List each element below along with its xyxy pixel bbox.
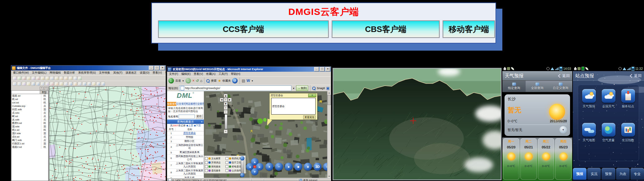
cbs-client-button[interactable]: CBS客户端 [332, 20, 440, 38]
menu-item[interactable]: 帮助(H) [165, 71, 166, 75]
forward-icon[interactable]: → [185, 78, 191, 84]
result-name[interactable]: 上海防静物业管理有限公司 [175, 143, 204, 150]
maximize-button[interactable]: □ [320, 67, 325, 71]
query-tab[interactable]: 自定义查询 [549, 81, 572, 92]
layer-file-row[interactable]: 阀门.sdb点 [11, 138, 48, 142]
current-weather-card[interactable]: 长沙 暂无 0~0℃ 2013/05/20 暂无/暂无 ▼ [505, 94, 570, 136]
result-row[interactable]: 4上海防静物业管理有限公司 [167, 143, 204, 151]
print-icon[interactable]: ▤ [242, 79, 245, 83]
snagit-label[interactable]: SnagIt [317, 87, 325, 90]
result-name[interactable]: 黄浦区国家税务局 [175, 151, 204, 154]
sidebar-tab[interactable]: 行业查询 [195, 102, 204, 106]
toolbar-icon[interactable] [12, 76, 16, 80]
result-row[interactable]: 7上海第二医科大学附属第九人民医院 [167, 162, 204, 169]
toolbar-icon[interactable] [87, 82, 91, 86]
day-forecast-card[interactable]: 周一05/200~0℃ [503, 138, 519, 180]
result-name[interactable]: 芳明园 [175, 135, 204, 139]
menu-item[interactable]: 文件转换 [99, 71, 110, 75]
app-tile[interactable]: 天气地图 [579, 123, 599, 157]
day-forecast-card[interactable]: 周二05/210~0℃ [520, 138, 537, 180]
toolbar-icon[interactable] [40, 76, 44, 80]
pin-icon[interactable]: ▪ [40, 87, 43, 90]
layer-file-row[interactable]: 道路.sd线 [11, 94, 48, 97]
day-forecast-card[interactable]: 周三05/220~0℃ [538, 138, 554, 180]
layer-file-row[interactable]: 道路2.sd线 [11, 145, 48, 149]
poi-checkbox[interactable]: 新闻媒体 [205, 165, 224, 168]
send-sms-button[interactable]: 发送短信 [303, 115, 316, 119]
toolbar-icon[interactable] [64, 76, 68, 80]
identify-button[interactable]: ¤ [304, 163, 312, 171]
bottom-tab[interactable]: 实况 [587, 168, 601, 180]
menu-item[interactable]: 帮助(H) [231, 72, 240, 76]
menu-item[interactable]: 窗口操作(W) [13, 71, 29, 75]
toolbar-icon[interactable] [45, 76, 49, 80]
refresh-icon[interactable]: ↺ [196, 79, 199, 83]
ccs-client-button[interactable]: CCS客户端 [158, 20, 329, 38]
view-3d-button[interactable]: 3D [313, 163, 322, 171]
pan-west-button[interactable]: ◄ [246, 163, 253, 170]
menu-item[interactable]: 设置(O) [140, 71, 149, 75]
home-icon[interactable]: ⌂ [200, 79, 202, 83]
menu-item[interactable]: 其他(T) [113, 71, 123, 75]
menu-item[interactable]: 查看(V) [153, 71, 162, 75]
query-tab[interactable]: 全部查询 [526, 81, 549, 92]
full-extent-button[interactable]: ■ [294, 163, 302, 171]
menu-item[interactable]: 系统库管理(S) [78, 71, 96, 75]
checkbox-icon[interactable] [226, 157, 228, 160]
maximize-button[interactable]: □ [154, 66, 159, 70]
more-dropdown-icon[interactable]: ▼ [251, 80, 253, 82]
zoom-plus-button[interactable]: + [224, 98, 228, 102]
expand-button[interactable]: ▼ [560, 126, 567, 133]
back-button[interactable]: 返回 [630, 73, 642, 79]
toolbar-icon[interactable] [54, 76, 58, 80]
bottom-tab[interactable]: 预警 [601, 168, 615, 180]
minimize-button[interactable]: _ [314, 67, 319, 71]
toolbar-icon[interactable] [73, 82, 77, 86]
sidebar-tab[interactable]: 搜索查询 [167, 102, 176, 106]
pan-right-button[interactable]: ► [228, 98, 232, 102]
layer-file-row[interactable]: cut.sd线 [11, 101, 48, 104]
toolbar-icon[interactable] [22, 76, 26, 80]
checkbox-icon[interactable] [205, 157, 208, 160]
app-tile[interactable]: 全国天气 [599, 89, 618, 123]
toolbar-icon[interactable] [59, 76, 63, 80]
app-tile[interactable]: 服务站点 [618, 89, 638, 123]
toolbar-icon[interactable] [68, 82, 72, 86]
toolbar-icon[interactable] [17, 82, 21, 86]
checkbox-icon[interactable] [226, 169, 228, 172]
zoom-min-button[interactable]: + [224, 129, 228, 133]
minimize-button[interactable]: _ [149, 66, 154, 70]
result-name[interactable]: 霞智居委会 [175, 131, 204, 135]
layer-file-row[interactable]: 面2.sda面 [11, 132, 48, 135]
gis-titlebar[interactable]: 编辑文件 - DMGIS编辑平台 _ □ × [11, 66, 166, 70]
next-page-link[interactable]: ◆下页 [194, 124, 201, 127]
layer-file-row[interactable]: 丛.sdb点 [11, 118, 48, 121]
layer-filter-input[interactable] [11, 90, 40, 94]
gis-map-canvas[interactable] [49, 86, 166, 181]
checkbox-icon[interactable] [226, 165, 228, 168]
pan-east-button[interactable]: ► [256, 163, 263, 170]
close-icon[interactable]: × [44, 87, 48, 90]
layer-file-row[interactable]: 点5.sd点 [11, 135, 48, 138]
checkbox-icon[interactable] [205, 169, 208, 172]
back-dropdown-icon[interactable]: ▼ [182, 80, 184, 82]
toolbar-icon[interactable] [64, 82, 68, 86]
url-dropdown-icon[interactable]: ▼ [293, 87, 295, 89]
layer-file-row[interactable]: 面.sda面 [11, 125, 48, 128]
menu-item[interactable]: 文件编辑(L) [32, 71, 47, 75]
layer-file-row[interactable]: 树.sd点 [11, 115, 48, 118]
toolbar-icon[interactable] [68, 76, 72, 80]
toolbar-icon[interactable] [45, 82, 49, 86]
bottom-tab[interactable]: 专业 [630, 168, 644, 180]
app-icon[interactable] [582, 123, 596, 137]
app-tile[interactable]: 空气质量 [599, 123, 618, 157]
result-name[interactable]: 翻阳小区 [175, 139, 204, 143]
back-button[interactable]: 返回 [559, 73, 570, 79]
toolbar-icon[interactable] [26, 82, 30, 86]
browser-titlebar[interactable]: 欢迎使用DMGIS的Grid WEBGIS示范站点 - Microsoft In… [167, 67, 331, 72]
menu-item[interactable]: 工具(T) [219, 72, 228, 76]
toolbar-icon[interactable] [40, 82, 44, 86]
toolbar-icon[interactable] [54, 82, 58, 86]
app-icon[interactable] [602, 123, 615, 137]
result-row[interactable]: 1霞智居委会 [167, 131, 204, 135]
